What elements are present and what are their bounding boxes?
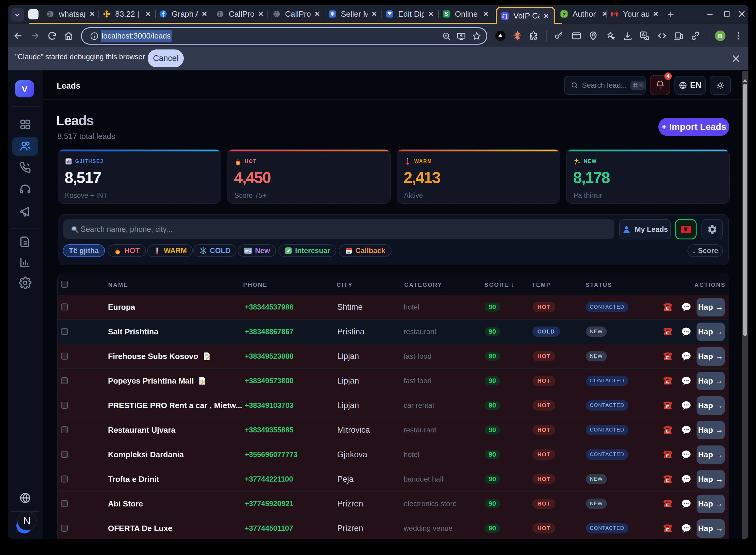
svg-text:S: S	[444, 11, 448, 17]
svg-text:B: B	[718, 32, 723, 40]
svg-text:17: 17	[347, 250, 350, 253]
svg-text:NEW: NEW	[245, 250, 252, 253]
